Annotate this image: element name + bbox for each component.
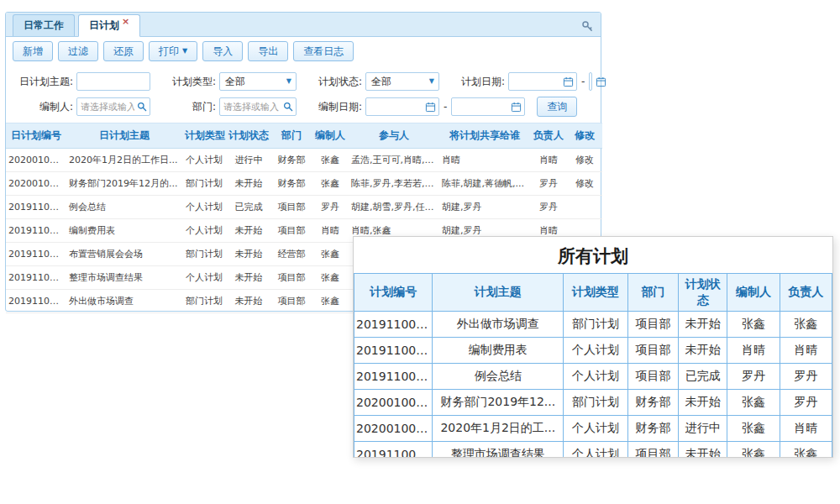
department-field [219, 97, 297, 116]
col-owner: 负责人 [780, 274, 832, 312]
calendar-icon[interactable] [425, 102, 436, 113]
department-cell: 项目部 [271, 196, 312, 219]
col-share-with[interactable]: 将计划共享给谁 [439, 123, 530, 149]
plan-row[interactable]: 2019110005 例会总结 个人计划 已完成 项目部 罗丹 胡建,胡雪,罗丹… [6, 196, 602, 219]
plan-row[interactable]: 2020010001 财务部门2019年12月的... 部门计划 未开始 财务部… [6, 172, 602, 196]
col-plan-subject[interactable]: 日计划主题 [66, 123, 182, 149]
plan-status-cell: 已完成 [226, 196, 271, 219]
department-cell: 项目部 [628, 337, 679, 363]
plan-status-cell: 未开始 [679, 311, 727, 337]
plan-subject-cell: 外出做市场调查 [433, 311, 564, 337]
col-plan-type[interactable]: 计划类型 [182, 123, 226, 149]
plan-subject-link[interactable]: 外出做市场调查 [66, 290, 182, 313]
owner-link[interactable]: 罗丹 [530, 172, 567, 196]
calendar-icon[interactable] [511, 102, 522, 113]
view-log-button[interactable]: 查看日志 [293, 41, 354, 61]
plan-type-cell: 部门计划 [564, 311, 628, 337]
owner-cell: 张鑫 [780, 441, 832, 458]
plan-subject-link[interactable]: 布置营销展会会场 [66, 243, 182, 266]
plan-status-cell: 进行中 [679, 415, 727, 441]
edit-link[interactable] [567, 196, 602, 219]
plan-subject-cell: 编制费用表 [433, 337, 564, 363]
plan-status-select[interactable]: 全部 ▼ [365, 72, 439, 91]
calendar-icon[interactable] [563, 76, 574, 87]
search-icon[interactable] [283, 102, 293, 112]
chevron-down-icon: ▼ [429, 78, 434, 85]
plan-row: 2019110002 整理市场调查结果 个人计划 项目部 未开始 张鑫 张鑫 [354, 441, 832, 458]
creator-cell: 张鑫 [727, 441, 780, 458]
permission-key-button[interactable] [580, 19, 594, 33]
add-button[interactable]: 新增 [13, 41, 53, 61]
all-plans-panel: 所有计划 计划编号 计划主题 计划类型 部门 计划状态 编制人 负责人 [353, 236, 833, 458]
filter-button[interactable]: 过滤 [58, 41, 98, 61]
app-background: 日常工作 日计划× 新增 过滤 还原 打印 ▼ 导入 导出 查看日志 [0, 0, 840, 504]
plan-id-cell: 2020010001 [354, 389, 433, 415]
search-icon[interactable] [137, 102, 147, 112]
col-owner[interactable]: 负责人 [530, 123, 567, 149]
plan-id-link[interactable]: 2020010001 [6, 172, 66, 196]
plan-type-label: 计划类型: [165, 75, 216, 89]
plan-type-cell: 部门计划 [182, 172, 226, 196]
edit-link[interactable]: 修改 [567, 172, 602, 196]
plan-row: 2019110001 外出做市场调查 部门计划 项目部 未开始 张鑫 张鑫 [354, 311, 832, 337]
plan-id-link[interactable]: 2019110004 [6, 219, 66, 243]
plan-type-cell: 个人计划 [182, 266, 226, 290]
tab-bar: 日常工作 日计划× [6, 13, 601, 37]
plan-subject-link[interactable]: 编制费用表 [66, 219, 182, 243]
department-cell: 项目部 [628, 363, 679, 389]
col-plan-subject: 计划主题 [433, 274, 564, 312]
plan-date-end-input[interactable] [590, 76, 596, 87]
plan-subject-link[interactable]: 2020年1月2日的工作日... [66, 149, 182, 172]
plan-id-cell: 2020010002 [354, 415, 433, 441]
creator-cell: 罗丹 [727, 363, 780, 389]
plan-id-link[interactable]: 2019110001 [6, 290, 66, 313]
plan-date-start-input[interactable] [509, 76, 563, 87]
department-cell: 财务部 [628, 389, 679, 415]
tab-daily-plan[interactable]: 日计划× [78, 14, 140, 37]
plan-id-cell: 2019110004 [354, 337, 433, 363]
owner-link[interactable]: 肖晴 [530, 149, 567, 172]
close-tab-icon[interactable]: × [122, 16, 129, 27]
edit-link[interactable]: 修改 [567, 149, 602, 172]
caret-down-icon: ▼ [182, 48, 187, 55]
restore-button[interactable]: 还原 [103, 41, 144, 61]
col-plan-id[interactable]: 日计划编号 [6, 123, 66, 149]
owner-link[interactable]: 罗丹 [530, 196, 567, 219]
creator-cell: 张鑫 [727, 389, 780, 415]
col-department[interactable]: 部门 [271, 123, 312, 149]
creator-input[interactable] [77, 102, 137, 113]
calendar-icon[interactable] [596, 76, 606, 87]
make-date-start-input[interactable] [366, 102, 425, 113]
plan-id-link[interactable]: 2020010002 [6, 149, 66, 172]
tab-daily-work[interactable]: 日常工作 [13, 14, 75, 36]
make-date-end-input[interactable] [452, 102, 511, 113]
col-plan-status: 计划状态 [679, 274, 727, 312]
creator-cell: 罗丹 [312, 196, 349, 219]
print-button[interactable]: 打印 ▼ [149, 41, 197, 61]
plan-date-end-field [589, 72, 592, 91]
col-participants[interactable]: 参与人 [349, 123, 439, 149]
col-plan-status[interactable]: 计划状态 [226, 123, 271, 149]
plan-id-cell: 2019110002 [354, 441, 433, 458]
query-button[interactable]: 查询 [537, 97, 577, 117]
import-button[interactable]: 导入 [202, 41, 243, 61]
plan-id-link[interactable]: 2019110005 [6, 196, 66, 219]
make-date-start-field [365, 97, 439, 116]
department-input[interactable] [220, 102, 283, 113]
plan-id-link[interactable]: 2019110003 [6, 243, 66, 266]
department-cell: 财务部 [628, 415, 679, 441]
export-button[interactable]: 导出 [248, 41, 288, 61]
col-edit[interactable]: 修改 [567, 123, 602, 149]
plan-row[interactable]: 2020010002 2020年1月2日的工作日... 个人计划 进行中 财务部… [6, 149, 602, 172]
plan-subject-label: 日计划主题: [13, 75, 73, 89]
plan-id-link[interactable]: 2019110002 [6, 266, 66, 290]
plan-subject-link[interactable]: 例会总结 [66, 196, 182, 219]
chevron-down-icon: ▼ [286, 78, 291, 85]
plan-subject-link[interactable]: 整理市场调查结果 [66, 266, 182, 290]
filter-row-2: 编制人: 部门: 编制日期: [13, 94, 594, 119]
plan-type-select[interactable]: 全部 ▼ [219, 72, 297, 91]
plan-row: 2019110004 编制费用表 个人计划 项目部 未开始 肖晴 肖晴 [354, 337, 832, 363]
col-creator[interactable]: 编制人 [312, 123, 349, 149]
plan-subject-input[interactable] [76, 72, 150, 91]
plan-subject-link[interactable]: 财务部门2019年12月的... [66, 172, 182, 196]
